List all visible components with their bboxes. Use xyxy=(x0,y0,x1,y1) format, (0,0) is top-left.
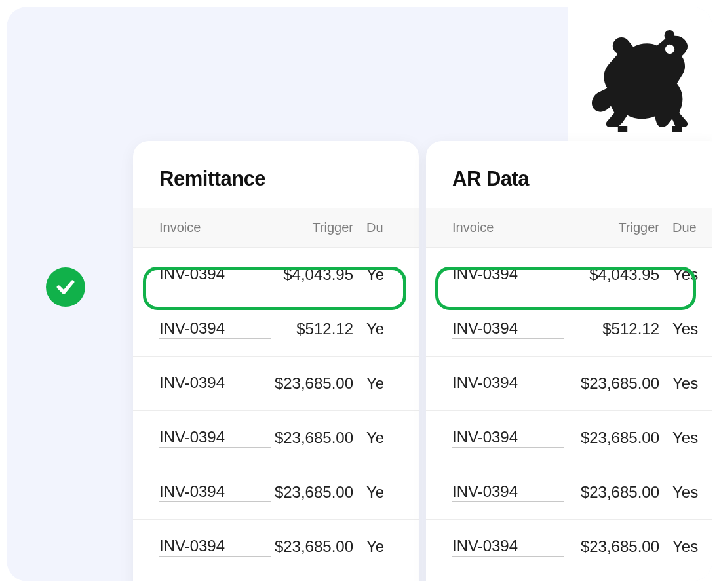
cell-invoice: INV-0394 xyxy=(452,428,564,448)
table-row[interactable]: INV-0394$512.12Yes xyxy=(426,302,712,357)
col-due: Due xyxy=(659,220,699,235)
col-invoice: Invoice xyxy=(452,220,564,235)
cell-invoice: INV-0394 xyxy=(159,537,271,557)
table-row[interactable]: INV-0394$23,685.00Ye xyxy=(133,465,419,520)
table-row[interactable]: INV-0394$23,685.00Yes xyxy=(426,411,712,465)
cell-invoice: INV-0394 xyxy=(452,374,564,393)
cell-trigger: $23,685.00 xyxy=(271,429,353,447)
table-row[interactable]: INV-0394$23,685.00Ye xyxy=(133,411,419,465)
cell-invoice: INV-0394 xyxy=(452,319,564,339)
cell-invoice: INV-0394 xyxy=(159,265,271,284)
cell-trigger: $23,685.00 xyxy=(271,374,353,393)
cell-trigger: $4,043.95 xyxy=(564,265,659,284)
cell-due: Ye xyxy=(353,320,393,338)
table-body: INV-0394$4,043.95YesINV-0394$512.12YesIN… xyxy=(426,248,712,574)
cell-invoice: INV-0394 xyxy=(159,319,271,339)
cell-trigger: $512.12 xyxy=(271,320,353,338)
table-row[interactable]: INV-0394$23,685.00Yes xyxy=(426,520,712,574)
cell-trigger: $4,043.95 xyxy=(271,265,353,284)
table-header: Invoice Trigger Du xyxy=(133,208,419,248)
table-row[interactable]: INV-0394$512.12Ye xyxy=(133,302,419,357)
cell-invoice: INV-0394 xyxy=(159,482,271,502)
cell-due: Yes xyxy=(659,483,699,501)
cell-trigger: $23,685.00 xyxy=(271,538,353,556)
cell-trigger: $23,685.00 xyxy=(271,483,353,501)
cell-due: Yes xyxy=(659,538,699,556)
cell-trigger: $23,685.00 xyxy=(564,483,659,501)
table-row[interactable]: INV-0394$23,685.00Ye xyxy=(133,357,419,411)
cell-invoice: INV-0394 xyxy=(452,537,564,557)
col-invoice: Invoice xyxy=(159,220,271,235)
match-check-icon xyxy=(46,267,85,307)
remittance-card: Remittance Invoice Trigger Du INV-0394$4… xyxy=(133,141,419,581)
table-row[interactable]: INV-0394$23,685.00Yes xyxy=(426,465,712,520)
cell-invoice: INV-0394 xyxy=(159,374,271,393)
cell-trigger: $23,685.00 xyxy=(564,429,659,447)
cell-trigger: $512.12 xyxy=(564,320,659,338)
app-canvas: Remittance Invoice Trigger Du INV-0394$4… xyxy=(7,7,712,581)
card-title: Remittance xyxy=(133,141,419,208)
cell-due: Ye xyxy=(353,429,393,447)
cell-due: Yes xyxy=(659,374,699,393)
cell-trigger: $23,685.00 xyxy=(564,538,659,556)
cell-invoice: INV-0394 xyxy=(159,428,271,448)
cell-due: Ye xyxy=(353,265,393,284)
svg-point-0 xyxy=(668,47,671,50)
card-title: AR Data xyxy=(426,141,712,208)
cell-invoice: INV-0394 xyxy=(452,482,564,502)
table-header: Invoice Trigger Due xyxy=(426,208,712,248)
brand-logo-box xyxy=(568,7,712,151)
cell-due: Yes xyxy=(659,429,699,447)
cell-due: Yes xyxy=(659,320,699,338)
col-due: Du xyxy=(353,220,393,235)
cell-invoice: INV-0394 xyxy=(452,265,564,284)
cell-due: Yes xyxy=(659,265,699,284)
table-body: INV-0394$4,043.95YeINV-0394$512.12YeINV-… xyxy=(133,248,419,574)
cell-trigger: $23,685.00 xyxy=(564,374,659,393)
table-row[interactable]: INV-0394$23,685.00Ye xyxy=(133,520,419,574)
ardata-card: AR Data Invoice Trigger Due INV-0394$4,0… xyxy=(426,141,712,581)
cell-due: Ye xyxy=(353,538,393,556)
col-trigger: Trigger xyxy=(271,220,353,235)
table-row[interactable]: INV-0394$4,043.95Yes xyxy=(426,248,712,302)
horse-icon xyxy=(581,20,699,138)
table-row[interactable]: INV-0394$4,043.95Ye xyxy=(133,248,419,302)
col-trigger: Trigger xyxy=(564,220,659,235)
table-row[interactable]: INV-0394$23,685.00Yes xyxy=(426,357,712,411)
cell-due: Ye xyxy=(353,483,393,501)
cell-due: Ye xyxy=(353,374,393,393)
